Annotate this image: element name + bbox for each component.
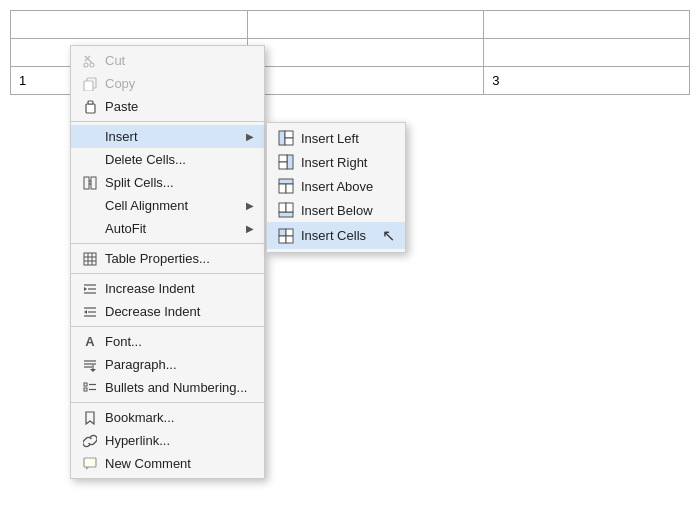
svg-rect-27 — [84, 253, 96, 265]
table-cell: 3 — [484, 67, 690, 95]
insert-below-label: Insert Below — [301, 203, 395, 218]
insert-left-icon — [275, 130, 297, 146]
submenu-item-insert-above[interactable]: Insert Above — [267, 174, 405, 198]
svg-rect-17 — [279, 212, 293, 217]
table-cell: 2 — [247, 67, 484, 95]
new-comment-icon — [79, 457, 101, 471]
decrease-indent-icon — [79, 306, 101, 318]
increase-indent-icon — [79, 283, 101, 295]
menu-item-cell-alignment[interactable]: Cell Alignment ▶ — [71, 194, 264, 217]
paste-icon — [79, 100, 101, 114]
autofit-arrow: ▶ — [246, 223, 254, 234]
cut-label: Cut — [105, 53, 254, 68]
hyperlink-label: Hyperlink... — [105, 433, 254, 448]
svg-rect-21 — [286, 229, 293, 236]
insert-label: Insert — [105, 129, 246, 144]
svg-rect-23 — [286, 236, 293, 243]
submenu-item-insert-cells[interactable]: Insert Cells ↖ — [267, 222, 405, 249]
hyperlink-icon — [79, 434, 101, 448]
new-comment-label: New Comment — [105, 456, 254, 471]
svg-marker-39 — [84, 310, 87, 314]
cell-alignment-label: Cell Alignment — [105, 198, 246, 213]
font-icon: A — [79, 334, 101, 349]
paragraph-icon — [79, 358, 101, 372]
menu-item-font[interactable]: A Font... — [71, 330, 264, 353]
insert-left-label: Insert Left — [301, 131, 395, 146]
table-cell — [484, 11, 690, 39]
menu-item-increase-indent[interactable]: Increase Indent — [71, 277, 264, 300]
decrease-indent-label: Decrease Indent — [105, 304, 254, 319]
menu-item-table-properties[interactable]: Table Properties... — [71, 247, 264, 270]
svg-rect-5 — [84, 81, 93, 91]
insert-right-label: Insert Right — [301, 155, 395, 170]
cut-icon — [79, 54, 101, 68]
cell-alignment-arrow: ▶ — [246, 200, 254, 211]
menu-item-paste[interactable]: Paste — [71, 95, 264, 118]
insert-above-label: Insert Above — [301, 179, 395, 194]
svg-point-3 — [90, 63, 94, 67]
bookmark-label: Bookmark... — [105, 410, 254, 425]
insert-cells-icon — [275, 228, 297, 244]
bookmark-icon — [79, 411, 101, 425]
menu-item-cut[interactable]: Cut — [71, 49, 264, 72]
insert-above-icon — [275, 178, 297, 194]
font-label: Font... — [105, 334, 254, 349]
svg-rect-18 — [279, 203, 286, 212]
separator-3 — [71, 273, 264, 274]
menu-item-paragraph[interactable]: Paragraph... — [71, 353, 264, 376]
bullets-icon — [79, 381, 101, 395]
svg-marker-35 — [84, 287, 87, 291]
menu-item-delete-cells[interactable]: Delete Cells... — [71, 148, 264, 171]
svg-rect-19 — [286, 203, 293, 212]
bullets-label: Bullets and Numbering... — [105, 380, 254, 395]
copy-icon — [79, 77, 101, 91]
svg-rect-15 — [279, 184, 286, 193]
paste-label: Paste — [105, 99, 254, 114]
svg-rect-9 — [285, 131, 293, 138]
cursor-indicator: ↖ — [382, 226, 395, 245]
menu-item-copy[interactable]: Copy — [71, 72, 264, 95]
svg-rect-11 — [287, 155, 293, 169]
autofit-label: AutoFit — [105, 221, 246, 236]
svg-rect-13 — [279, 162, 287, 169]
svg-rect-22 — [279, 236, 286, 243]
svg-rect-6 — [86, 104, 95, 113]
menu-item-bookmark[interactable]: Bookmark... — [71, 406, 264, 429]
svg-rect-20 — [279, 229, 286, 236]
menu-item-insert[interactable]: Insert ▶ Insert Left — [71, 125, 264, 148]
context-menu: Cut Copy Paste Insert ▶ — [70, 45, 265, 479]
menu-item-decrease-indent[interactable]: Decrease Indent — [71, 300, 264, 323]
separator-1 — [71, 121, 264, 122]
svg-rect-25 — [91, 177, 96, 189]
svg-rect-16 — [286, 184, 293, 193]
svg-rect-12 — [279, 155, 287, 162]
split-cells-label: Split Cells... — [105, 175, 254, 190]
submenu-item-insert-right[interactable]: Insert Right — [267, 150, 405, 174]
separator-4 — [71, 326, 264, 327]
delete-cells-label: Delete Cells... — [105, 152, 254, 167]
separator-2 — [71, 243, 264, 244]
svg-rect-46 — [84, 388, 87, 391]
menu-item-hyperlink[interactable]: Hyperlink... — [71, 429, 264, 452]
table-cell — [484, 39, 690, 67]
table-cell — [247, 39, 484, 67]
submenu-item-insert-below[interactable]: Insert Below — [267, 198, 405, 222]
menu-item-split-cells[interactable]: Split Cells... — [71, 171, 264, 194]
menu-item-new-comment[interactable]: New Comment — [71, 452, 264, 475]
svg-rect-49 — [84, 458, 96, 467]
paragraph-label: Paragraph... — [105, 357, 254, 372]
svg-point-2 — [84, 63, 88, 67]
table-properties-label: Table Properties... — [105, 251, 254, 266]
svg-rect-7 — [88, 101, 93, 104]
submenu-item-insert-left[interactable]: Insert Left — [267, 126, 405, 150]
svg-rect-24 — [84, 177, 89, 189]
insert-below-icon — [275, 202, 297, 218]
menu-item-autofit[interactable]: AutoFit ▶ — [71, 217, 264, 240]
insert-arrow: ▶ — [246, 131, 254, 142]
copy-label: Copy — [105, 76, 254, 91]
table-properties-icon — [79, 252, 101, 266]
table-cell — [247, 11, 484, 39]
menu-item-bullets[interactable]: Bullets and Numbering... — [71, 376, 264, 399]
svg-rect-45 — [84, 383, 87, 386]
insert-cells-label: Insert Cells — [301, 228, 378, 243]
